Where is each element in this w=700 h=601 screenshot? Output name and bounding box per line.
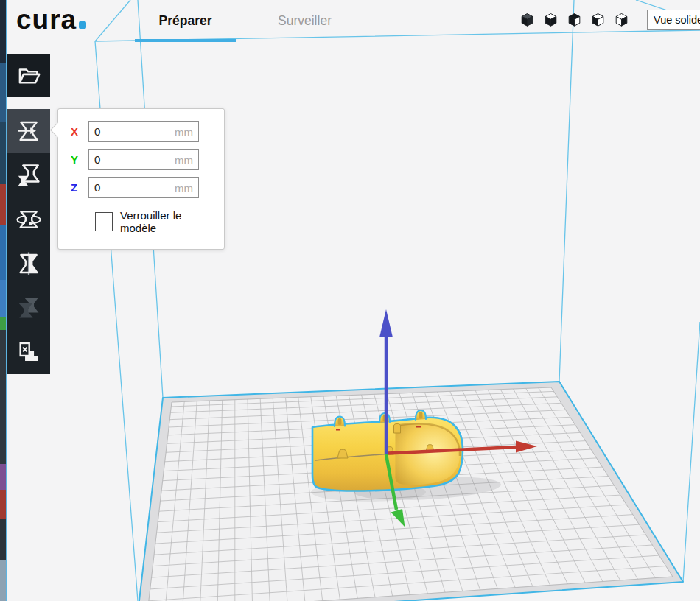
app-logo: cura — [16, 4, 86, 35]
view-mode-value: Vue solide — [654, 14, 700, 26]
support-blocker-button[interactable] — [7, 330, 50, 374]
background-window-sliver — [0, 0, 7, 601]
tab-prepare[interactable]: Préparer — [135, 0, 236, 42]
logo-dot-icon — [79, 21, 86, 29]
lock-model-row: Verrouiller le modèle — [95, 209, 212, 234]
view-3d-icon[interactable] — [520, 13, 534, 27]
scale-tool-icon — [16, 163, 41, 188]
z-position-input[interactable] — [88, 177, 199, 198]
camera-view-buttons — [520, 13, 629, 27]
per-model-settings-icon — [16, 295, 41, 320]
move-tool-button[interactable] — [7, 109, 50, 153]
mirror-tool-icon — [16, 251, 41, 276]
z-position-row: Z mm — [71, 177, 212, 198]
lock-model-label: Verrouiller le modèle — [120, 209, 212, 234]
open-file-button[interactable] — [7, 54, 50, 97]
app-logo-text: cura — [16, 4, 77, 35]
move-tool-panel: X mm Y mm Z mm Verrouiller le modèle — [57, 108, 225, 250]
per-model-settings-button[interactable] — [7, 286, 50, 330]
view-front-icon[interactable] — [544, 13, 558, 27]
view-left-icon[interactable] — [591, 13, 605, 27]
rotate-tool-button[interactable] — [7, 197, 50, 242]
x-axis-label: X — [71, 125, 82, 138]
rotate-tool-icon — [16, 207, 41, 232]
x-position-input[interactable] — [88, 121, 199, 142]
view-top-icon[interactable] — [567, 13, 581, 27]
y-axis-label: Y — [71, 153, 82, 166]
top-bar: cura Préparer Surveiller — [0, 0, 700, 42]
z-axis-label: Z — [71, 181, 82, 194]
view-right-icon[interactable] — [615, 13, 629, 27]
y-position-row: Y mm — [71, 149, 212, 170]
y-position-input[interactable] — [88, 149, 199, 170]
3d-viewport[interactable] — [0, 0, 700, 601]
lock-model-checkbox[interactable] — [95, 212, 113, 231]
tool-sidebar — [7, 109, 50, 374]
view-mode-dropdown[interactable]: Vue solide — [647, 10, 700, 30]
stage-tabs: Préparer Surveiller — [135, 0, 355, 42]
folder-open-icon — [16, 63, 41, 88]
tab-monitor[interactable]: Surveiller — [254, 0, 355, 42]
move-tool-icon — [16, 119, 41, 144]
x-position-row: X mm — [71, 121, 212, 142]
mirror-tool-button[interactable] — [7, 242, 50, 286]
support-blocker-icon — [16, 340, 41, 365]
scale-tool-button[interactable] — [7, 153, 50, 197]
